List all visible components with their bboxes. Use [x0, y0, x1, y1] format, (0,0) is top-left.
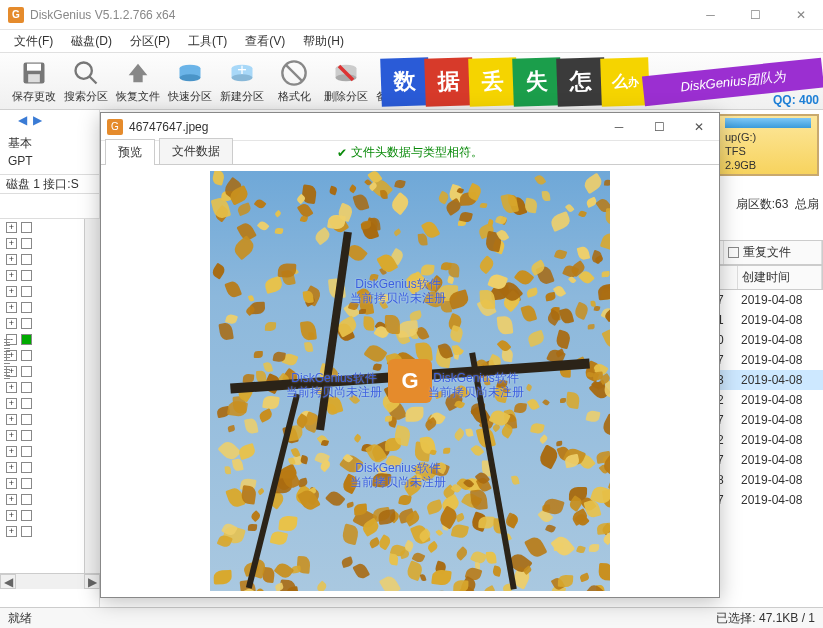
format-button[interactable]: 格式化 [268, 54, 320, 108]
close-button[interactable]: ✕ [778, 0, 823, 30]
tree-checkbox[interactable] [21, 494, 32, 505]
tree-toggle-icon[interactable]: - [6, 334, 17, 345]
preview-status: ✔ 文件头数据与类型相符。 [337, 144, 483, 161]
tree-toggle-icon[interactable]: + [6, 510, 17, 521]
recover-files-button[interactable]: 恢复文件 [112, 54, 164, 108]
tree-checkbox[interactable] [21, 350, 32, 361]
tree-toggle-icon[interactable]: + [6, 302, 17, 313]
file-row[interactable]: :272019-04-08 [703, 490, 823, 510]
tree-toggle-icon[interactable]: + [6, 238, 17, 249]
menu-partition[interactable]: 分区(P) [122, 31, 178, 52]
tree-checkbox[interactable] [21, 238, 32, 249]
file-row[interactable]: :522019-04-08 [703, 430, 823, 450]
status-selected: 已选择: 47.1KB / 1 [716, 610, 815, 627]
window-title: DiskGenius V5.1.2.766 x64 [30, 8, 688, 22]
svg-line-4 [90, 76, 97, 83]
tree-checkbox[interactable] [21, 510, 32, 521]
tree-checkbox[interactable] [21, 398, 32, 409]
tree-checkbox[interactable] [21, 462, 32, 473]
menu-help[interactable]: 帮助(H) [295, 31, 352, 52]
tree-checkbox[interactable] [21, 222, 32, 233]
tree-toggle-icon[interactable]: + [6, 430, 17, 441]
file-row[interactable]: :132019-04-08 [703, 370, 823, 390]
tree-checkbox[interactable] [21, 478, 32, 489]
tree-toggle-icon[interactable]: + [6, 494, 17, 505]
tree-checkbox[interactable] [21, 302, 32, 313]
toolbar: 保存更改 搜索分区 恢复文件 快速分区 +新建分区 格式化 删除分区 备份分区 … [0, 52, 823, 110]
tree-toggle-icon[interactable]: + [6, 446, 17, 457]
tree-hscrollbar[interactable]: ◀▶ [0, 573, 100, 589]
tree-checkbox[interactable] [21, 526, 32, 537]
watermark-logo-icon: G [388, 359, 432, 403]
check-icon: ✔ [337, 146, 347, 160]
tree-checkbox[interactable] [21, 446, 32, 457]
tree-toggle-icon[interactable]: + [6, 478, 17, 489]
preview-close-button[interactable]: ✕ [679, 113, 719, 141]
preview-window: G 46747647.jpeg ─ ☐ ✕ 预览 文件数据 ✔ 文件头数据与类型… [100, 112, 720, 598]
file-row[interactable]: :372019-04-08 [703, 290, 823, 310]
preview-title: 46747647.jpeg [129, 120, 599, 134]
tree-vscrollbar[interactable] [84, 219, 100, 573]
tree-checkbox[interactable] [21, 270, 32, 281]
tree-toggle-icon[interactable]: + [6, 270, 17, 281]
tree-toggle-icon[interactable]: + [6, 414, 17, 425]
main-titlebar: G DiskGenius V5.1.2.766 x64 ─ ☐ ✕ [0, 0, 823, 30]
repeat-checkbox[interactable] [728, 247, 739, 258]
tree-checkbox[interactable] [21, 286, 32, 297]
tree-checkbox[interactable] [21, 414, 32, 425]
menu-file[interactable]: 文件(F) [6, 31, 61, 52]
file-list-header: 件 重复文件 [703, 240, 823, 265]
tree-checkbox[interactable] [21, 366, 32, 377]
tree-toggle-icon[interactable]: + [6, 254, 17, 265]
folder-tree[interactable]: +++++++-++++++++++++ ◀▶ [0, 218, 100, 589]
tree-checkbox[interactable] [21, 254, 32, 265]
tree-toggle-icon[interactable]: + [6, 222, 17, 233]
file-row[interactable]: :272019-04-08 [703, 410, 823, 430]
preview-titlebar[interactable]: G 46747647.jpeg ─ ☐ ✕ [101, 113, 719, 141]
tab-file-data[interactable]: 文件数据 [159, 138, 233, 164]
preview-minimize-button[interactable]: ─ [599, 113, 639, 141]
tree-checkbox[interactable] [21, 318, 32, 329]
tree-checkbox[interactable] [21, 334, 32, 345]
svg-point-7 [180, 74, 201, 81]
disk-info: 基本 GPT [0, 130, 99, 174]
new-partition-button[interactable]: +新建分区 [216, 54, 268, 108]
tree-toggle-icon[interactable]: + [6, 318, 17, 329]
file-row[interactable]: :012019-04-08 [703, 310, 823, 330]
tab-preview[interactable]: 预览 [105, 139, 155, 165]
delete-partition-button[interactable]: 删除分区 [320, 54, 372, 108]
file-row[interactable]: :572019-04-08 [703, 350, 823, 370]
menu-disk[interactable]: 磁盘(D) [63, 31, 120, 52]
tree-toggle-icon[interactable]: + [6, 350, 17, 361]
quick-partition-button[interactable]: 快速分区 [164, 54, 216, 108]
file-list-header2: 创建时间 [703, 265, 823, 290]
preview-image-area: G DiskGenius软件当前拷贝尚未注册 DiskGenius软件当前拷贝尚… [101, 165, 719, 597]
disk-line: 磁盘 1 接口:S [0, 174, 99, 194]
preview-maximize-button[interactable]: ☐ [639, 113, 679, 141]
svg-point-3 [76, 62, 92, 78]
minimize-button[interactable]: ─ [688, 0, 733, 30]
partition-card[interactable]: up(G:) TFS 2.9GB [713, 110, 823, 198]
save-button[interactable]: 保存更改 [8, 54, 60, 108]
svg-rect-2 [28, 74, 40, 82]
tree-toggle-icon[interactable]: + [6, 286, 17, 297]
menu-view[interactable]: 查看(V) [237, 31, 293, 52]
tree-checkbox[interactable] [21, 382, 32, 393]
tree-checkbox[interactable] [21, 430, 32, 441]
file-row[interactable]: :182019-04-08 [703, 470, 823, 490]
file-row[interactable]: :272019-04-08 [703, 450, 823, 470]
disk-gpt: GPT [8, 152, 91, 170]
maximize-button[interactable]: ☐ [733, 0, 778, 30]
search-partition-button[interactable]: 搜索分区 [60, 54, 112, 108]
nav-back-icon[interactable]: ◀ [18, 113, 27, 127]
menu-tools[interactable]: 工具(T) [180, 31, 235, 52]
nav-forward-icon[interactable]: ▶ [33, 113, 42, 127]
tree-toggle-icon[interactable]: + [6, 462, 17, 473]
tree-toggle-icon[interactable]: + [6, 526, 17, 537]
tree-toggle-icon[interactable]: + [6, 382, 17, 393]
file-row[interactable]: :322019-04-08 [703, 390, 823, 410]
file-row[interactable]: :202019-04-08 [703, 330, 823, 350]
tree-toggle-icon[interactable]: + [6, 366, 17, 377]
tree-toggle-icon[interactable]: + [6, 398, 17, 409]
file-list[interactable]: 件 重复文件 创建时间 :372019-04-08:012019-04-08:2… [703, 240, 823, 607]
